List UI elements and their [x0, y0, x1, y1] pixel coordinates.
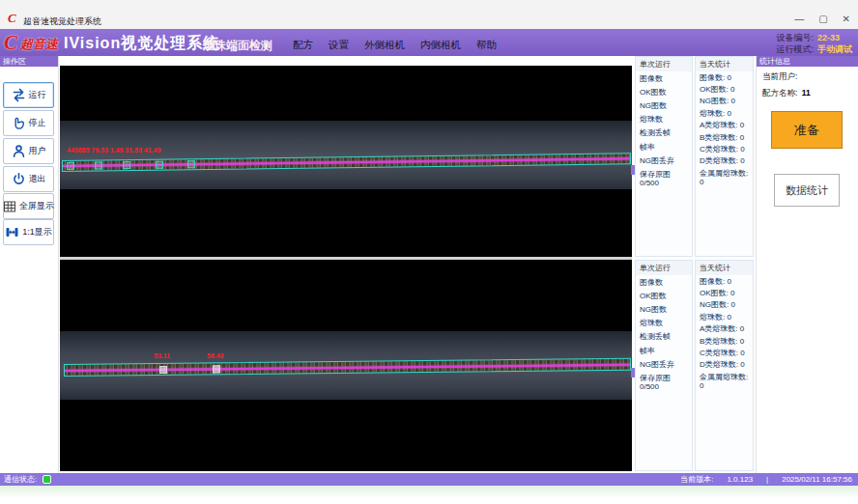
stat-row: 保存原图 0/500: [636, 371, 692, 393]
bottom-daily-stats-panel: 当天统计 图像数: 0OK图数: 0NG图数: 0熔珠数: 0A类熔珠数: 0B…: [695, 260, 754, 471]
measurement-annotation: 53.11: [154, 352, 170, 359]
stat-row: A类熔珠数: 0: [696, 120, 753, 131]
run-mode-value: 手动调试: [817, 44, 852, 54]
device-number-label: 设备编号:: [776, 33, 814, 42]
window-bottom-edge: [0, 486, 858, 504]
stat-row: 图像数: 0: [696, 71, 753, 83]
stats-scrollbar-thumb[interactable]: [631, 368, 635, 378]
menu-item[interactable]: 设置: [329, 39, 349, 52]
stat-row: NG图丢弃: [636, 154, 692, 167]
stat-row: NG图数: [636, 98, 692, 112]
stat-row: 帧率: [636, 140, 692, 154]
recipe-name-label: 配方名称:: [762, 88, 797, 98]
device-number-value: 22-33: [817, 33, 840, 42]
run-button[interactable]: 运行: [3, 82, 54, 108]
bead-marker: [156, 161, 163, 169]
stat-row: 熔珠数: 0: [696, 311, 753, 322]
menu-item[interactable]: 帮助: [476, 39, 497, 52]
project-subtitle: 熔珠端面检测: [203, 38, 272, 54]
run-mode-label: 运行模式:: [776, 44, 814, 54]
stat-row: OK图数: 0: [696, 287, 753, 298]
stop-button[interactable]: 停止: [3, 110, 54, 136]
stat-row: 熔珠数: [636, 317, 692, 330]
bead-marker: [187, 160, 195, 168]
fullscreen-button[interactable]: 全屏显示: [3, 193, 54, 219]
exit-button[interactable]: 退出: [3, 166, 54, 192]
window-title: 超音速视觉处理系统: [23, 15, 101, 28]
stat-row: NG图数: 0: [696, 299, 753, 311]
close-button[interactable]: ✕: [843, 14, 850, 25]
user-icon: [12, 144, 26, 158]
inner-camera-view[interactable]: 53.11 56.43: [60, 260, 632, 471]
stat-row: 金属屑熔珠数: 0: [696, 371, 753, 391]
comm-status-label: 通信状态:: [4, 474, 37, 485]
stat-row: 图像数: [636, 71, 692, 85]
stat-row: OK图数: [636, 289, 692, 302]
recipe-name-value: 11: [802, 88, 811, 98]
panel-title: 单次运行: [636, 261, 692, 275]
stat-row: 图像数: 0: [696, 275, 753, 287]
info-panel-title: 统计信息: [757, 56, 858, 67]
stat-row: D类熔珠数: 0: [696, 155, 753, 167]
bead-marker: [67, 162, 74, 170]
user-button[interactable]: 用户: [3, 138, 54, 164]
top-single-run-panel: 单次运行 图像数OK图数NG图数熔珠数检测丢帧帧率NG图丢弃保存原图 0/500: [635, 56, 693, 257]
stat-row: 检测丢帧: [636, 126, 692, 140]
one-to-one-button[interactable]: 1:1显示: [3, 219, 54, 245]
app-logo-icon: C: [8, 12, 16, 24]
one-to-one-button-label: 1:1显示: [22, 226, 52, 238]
stop-hand-icon: [12, 116, 26, 130]
power-icon: [12, 172, 26, 186]
bottom-single-run-panel: 单次运行 图像数OK图数NG图数熔珠数检测丢帧帧率NG图丢弃保存原图 0/500: [635, 260, 693, 471]
stop-button-label: 停止: [29, 117, 46, 129]
data-statistics-button[interactable]: 数据统计: [774, 174, 840, 207]
maximize-button[interactable]: ▢: [818, 14, 827, 25]
fullscreen-icon: [3, 200, 16, 213]
status-datetime: 2025/02/11 16:57:56: [782, 475, 852, 484]
bead-marker: [159, 366, 167, 374]
outer-camera-view[interactable]: 443685 79.53 1.49 31.53 41.49: [60, 66, 632, 257]
measurement-line: [65, 364, 630, 372]
stat-row: 保存原图 0/500: [636, 167, 692, 189]
stat-row: 熔珠数: [636, 113, 692, 126]
exit-button-label: 退出: [29, 173, 46, 185]
menu-item[interactable]: 外侧相机: [364, 39, 405, 52]
stat-row: 金属屑熔珠数: 0: [696, 167, 753, 187]
stat-row: OK图数: 0: [696, 83, 753, 95]
version-value: 1.0.123: [727, 475, 753, 484]
fullscreen-button-label: 全屏显示: [19, 200, 54, 212]
panel-title: 当天统计: [696, 261, 753, 275]
menu-item[interactable]: 内侧相机: [420, 39, 461, 52]
stat-row: 熔珠数: 0: [696, 107, 753, 119]
stat-row: NG图数: 0: [696, 96, 753, 107]
top-daily-stats-panel: 当天统计 图像数: 0OK图数: 0NG图数: 0熔珠数: 0A类熔珠数: 0B…: [695, 56, 754, 257]
stat-row: NG图数: [636, 302, 692, 316]
prepare-button[interactable]: 准备: [771, 111, 843, 149]
sidebar-title: 操作区: [0, 56, 58, 67]
bead-marker: [213, 365, 220, 373]
stat-row: A类熔珠数: 0: [696, 323, 753, 335]
menu-item[interactable]: 配方: [293, 39, 313, 52]
one-to-one-icon: [5, 225, 19, 239]
app-header: C 超音速 IVision视觉处理系统 熔珠端面检测 配方设置外侧相机内侧相机帮…: [0, 29, 858, 56]
minimize-button[interactable]: —: [794, 14, 804, 25]
statistics-info-panel: 统计信息 当前用户: 配方名称: 11 准备 数据统计: [756, 56, 858, 473]
measurement-annotation: 56.43: [207, 352, 224, 359]
run-button-label: 运行: [29, 89, 46, 101]
app-title: IVision视觉处理系统: [64, 34, 219, 54]
status-separator: |: [766, 475, 768, 484]
stat-row: 图像数: [636, 275, 692, 289]
panel-title: 当天统计: [696, 57, 753, 71]
stat-row: NG图丢弃: [636, 357, 692, 371]
measurement-annotation: 443685 79.53 1.49 31.53 41.49: [67, 147, 160, 154]
stat-row: D类熔珠数: 0: [696, 359, 753, 371]
stat-row: C类熔珠数: 0: [696, 143, 753, 154]
stat-row: 检测丢帧: [636, 330, 692, 344]
stat-row: 帧率: [636, 344, 692, 357]
operation-sidebar: 操作区 运行 停止 用户: [0, 56, 59, 473]
brand-name: 超音速: [20, 36, 58, 53]
stats-scrollbar-thumb[interactable]: [631, 165, 635, 175]
brand-swoosh-icon: C: [4, 31, 17, 55]
main-menu: 配方设置外侧相机内侧相机帮助: [293, 39, 497, 52]
run-sync-icon: [12, 88, 26, 102]
